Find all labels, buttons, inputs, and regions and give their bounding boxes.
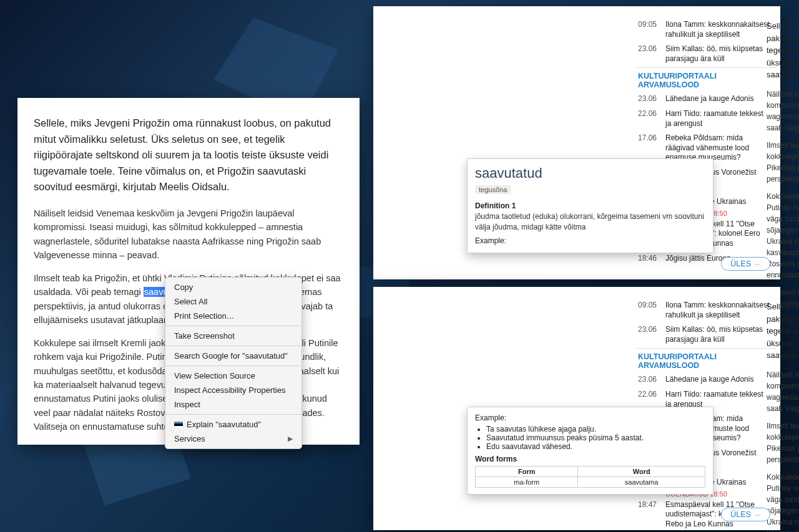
- wordforms-table: FormWord ma-formsaavutama: [475, 466, 705, 488]
- right-panel-examples: Sellele, miks Jevgeni Prigožin oma rünna…: [373, 287, 780, 530]
- ctx-select-all[interactable]: Select All: [165, 294, 301, 309]
- ctx-copy[interactable]: Copy: [165, 280, 301, 294]
- ctx-view-source[interactable]: View Selection Source: [165, 369, 301, 383]
- list-item[interactable]: 23.06Siim Kallas: öö, mis küpsetas paras…: [635, 42, 776, 66]
- def-word: saavutatud: [475, 165, 705, 181]
- context-menu: Copy Select All Print Selection… Take Sc…: [165, 277, 302, 449]
- ex-label: Example:: [475, 414, 705, 422]
- list-item[interactable]: 09:05Ilona Tamm: keskkonnakaitsest rahul…: [635, 17, 776, 42]
- def-heading: Definition 1: [475, 201, 705, 210]
- def-example-label: Example:: [475, 236, 705, 245]
- scroll-up-button[interactable]: ÜLES︿: [721, 508, 770, 521]
- ctx-inspect[interactable]: Inspect: [165, 397, 301, 412]
- list-item[interactable]: 09:05Ilona Tamm: keskkonnakaitsest rahul…: [635, 298, 776, 322]
- example-item: Saavutatud immuunsus peaks püsima 5 aast…: [486, 433, 705, 442]
- th-form: Form: [476, 467, 578, 477]
- list-item[interactable]: 22.06Harri Tiido: raamatute tekkest ja a…: [635, 107, 776, 131]
- chevron-right-icon: ▶: [288, 435, 293, 443]
- definition-popup: saavutatud tegusõna Definition 1 jõudma …: [467, 158, 713, 253]
- list-item[interactable]: 23.06Lähedane ja kauge Adonis: [635, 92, 776, 107]
- sidebar-heading: KULTUURIPORTAALI ARVAMUSLOOD: [635, 348, 776, 372]
- example-list: Ta saavutas lühikese ajaga palju. Saavut…: [486, 425, 705, 451]
- sidebar-heading: KULTUURIPORTAALI ARVAMUSLOOD: [635, 67, 776, 92]
- ctx-print[interactable]: Print Selection…: [165, 309, 301, 323]
- ctx-explain[interactable]: Explain "saavutatud": [165, 417, 301, 432]
- chevron-up-icon: ︿: [755, 259, 761, 268]
- def-text: jõudma taotletud (eduka) olukorrani, kõr…: [475, 211, 705, 233]
- article-para-1: Näiliselt leidsid Venemaa keskvõim ja Je…: [34, 206, 343, 263]
- td-word: saavutama: [578, 477, 705, 488]
- example-item: Edu saavutavad vähesed.: [486, 442, 705, 451]
- ctx-screenshot[interactable]: Take Screenshot: [165, 329, 301, 343]
- list-item[interactable]: 23.06Lähedane ja kauge Adonis: [635, 372, 776, 387]
- scroll-up-button[interactable]: ÜLES︿: [721, 257, 770, 271]
- wordforms-label: Word forms: [475, 455, 705, 463]
- list-item[interactable]: 23.06Siim Kallas: öö, mis küpsetas paras…: [635, 322, 776, 347]
- ctx-search-google[interactable]: Search Google for "saavutatud": [165, 349, 301, 363]
- ctx-inspect-a11y[interactable]: Inspect Accessibility Properties: [165, 383, 301, 397]
- article-lead: Sellele, miks Jevgeni Prigožin oma rünna…: [34, 115, 343, 195]
- examples-popup: Example: Ta saavutas lühikese ajaga palj…: [467, 407, 713, 495]
- ctx-services[interactable]: Services▶: [165, 432, 301, 446]
- th-word: Word: [578, 467, 705, 477]
- right-panel-definition: Sellele, miks Jevgeni Prigožin oma rünna…: [373, 6, 780, 279]
- td-form: ma-form: [476, 477, 578, 488]
- def-pos-tag: tegusõna: [475, 185, 511, 194]
- estonia-flag-icon: [174, 422, 183, 428]
- chevron-up-icon: ︿: [755, 510, 761, 519]
- example-item: Ta saavutas lühikese ajaga palju.: [486, 425, 705, 433]
